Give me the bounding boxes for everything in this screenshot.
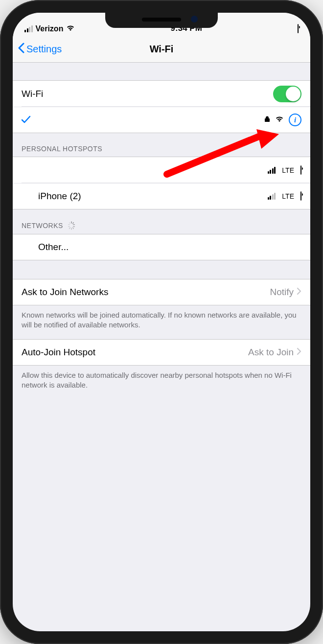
- ask-to-join-footer: Known networks will be joined automatica…: [13, 305, 310, 339]
- svg-line-2: [73, 225, 75, 225]
- svg-line-7: [68, 227, 69, 227]
- networks-header-label: NETWORKS: [22, 222, 63, 230]
- back-label: Settings: [26, 44, 62, 55]
- cell-signal-icon: [24, 25, 33, 32]
- chevron-right-icon: [297, 347, 301, 357]
- network-type-label: LTE: [282, 192, 294, 200]
- page-title: Wi-Fi: [150, 44, 174, 55]
- ask-to-join-value: Notify: [270, 287, 294, 298]
- nav-bar: Settings Wi-Fi: [13, 36, 310, 63]
- info-button[interactable]: i: [289, 114, 301, 126]
- lock-icon: [264, 115, 270, 125]
- wifi-toggle-label: Wi-Fi: [22, 89, 273, 99]
- ask-to-join-label: Ask to Join Networks: [22, 287, 270, 298]
- other-network-label: Other...: [38, 242, 301, 253]
- checkmark-icon: [18, 115, 34, 124]
- wifi-toggle-switch[interactable]: [273, 86, 301, 102]
- battery-icon: [298, 24, 299, 33]
- network-type-label: LTE: [282, 166, 294, 174]
- auto-join-footer: Allow this device to automatically disco…: [13, 366, 310, 399]
- svg-line-6: [69, 228, 70, 229]
- hotspot-row[interactable]: LTE: [13, 157, 310, 183]
- hotspot-name: iPhone (2): [38, 191, 268, 202]
- auto-join-cell[interactable]: Auto-Join Hotspot Ask to Join: [13, 339, 310, 366]
- ask-to-join-cell[interactable]: Ask to Join Networks Notify: [13, 279, 310, 305]
- svg-line-3: [73, 227, 75, 227]
- chevron-right-icon: [297, 287, 301, 297]
- chevron-left-icon: [18, 43, 24, 56]
- svg-line-1: [73, 223, 74, 224]
- battery-icon: [300, 192, 301, 201]
- signal-bars-icon: [268, 167, 276, 174]
- wifi-toggle-cell: Wi-Fi: [13, 80, 310, 107]
- auto-join-label: Auto-Join Hotspot: [22, 347, 248, 358]
- other-network-cell[interactable]: Other...: [13, 234, 310, 260]
- personal-hotspots-header: PERSONAL HOTSPOTS: [13, 133, 310, 157]
- phone-frame: Verizon 9:34 PM Settings Wi-Fi: [0, 0, 323, 644]
- spinner-icon: [67, 221, 76, 230]
- screen: Verizon 9:34 PM Settings Wi-Fi: [13, 13, 310, 631]
- svg-line-4: [73, 228, 74, 229]
- content-scroll[interactable]: Wi-Fi: [13, 63, 310, 399]
- svg-line-9: [69, 223, 70, 224]
- battery-icon: [300, 166, 301, 175]
- back-button[interactable]: Settings: [18, 43, 80, 56]
- wifi-signal-icon: [275, 115, 284, 124]
- earpiece: [142, 18, 181, 22]
- wifi-icon: [66, 24, 75, 33]
- svg-line-8: [68, 225, 69, 225]
- carrier-label: Verizon: [36, 24, 64, 33]
- current-network-cell[interactable]: i: [13, 107, 310, 133]
- hotspot-row[interactable]: iPhone (2) LTE: [13, 183, 310, 209]
- signal-bars-icon: [268, 193, 276, 200]
- auto-join-value: Ask to Join: [248, 347, 294, 358]
- front-camera: [191, 16, 198, 23]
- networks-header: NETWORKS: [13, 209, 310, 234]
